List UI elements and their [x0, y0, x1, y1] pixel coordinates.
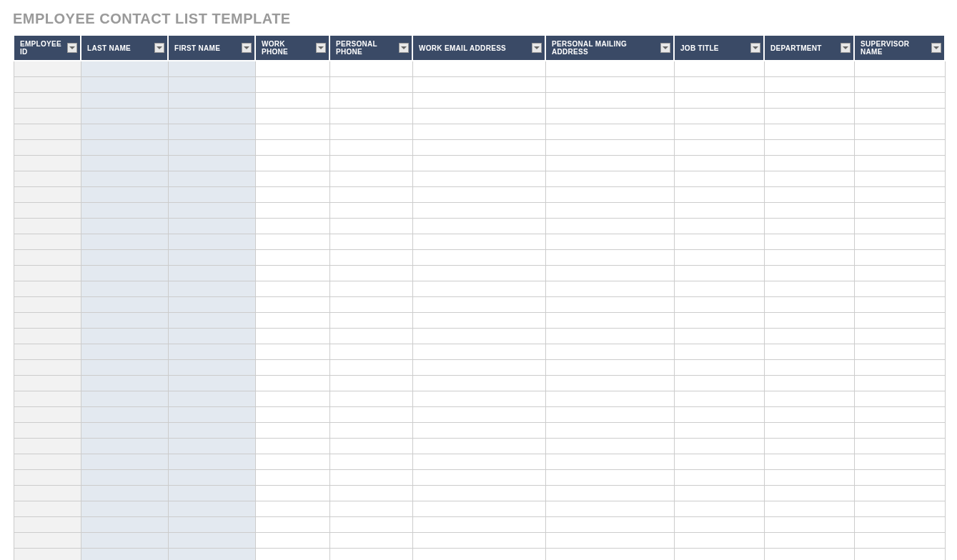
table-cell[interactable]: [14, 406, 81, 422]
table-cell[interactable]: [81, 76, 168, 92]
table-cell[interactable]: [412, 375, 545, 391]
table-cell[interactable]: [674, 344, 764, 359]
table-cell[interactable]: [854, 391, 945, 406]
table-cell[interactable]: [329, 218, 412, 234]
table-cell[interactable]: [168, 406, 255, 422]
table-cell[interactable]: [168, 296, 255, 312]
column-header-last-name[interactable]: LAST NAME: [81, 35, 168, 61]
table-cell[interactable]: [545, 155, 674, 171]
table-cell[interactable]: [674, 139, 764, 155]
table-cell[interactable]: [412, 108, 545, 124]
table-cell[interactable]: [412, 501, 545, 516]
table-cell[interactable]: [412, 218, 545, 234]
table-cell[interactable]: [168, 454, 255, 469]
table-cell[interactable]: [854, 249, 945, 265]
table-cell[interactable]: [329, 234, 412, 249]
table-cell[interactable]: [854, 171, 945, 186]
table-cell[interactable]: [545, 469, 674, 485]
table-cell[interactable]: [674, 265, 764, 281]
table-cell[interactable]: [412, 171, 545, 186]
table-cell[interactable]: [329, 139, 412, 155]
table-cell[interactable]: [545, 422, 674, 438]
table-cell[interactable]: [854, 548, 945, 560]
table-cell[interactable]: [854, 234, 945, 249]
table-cell[interactable]: [545, 438, 674, 454]
table-cell[interactable]: [764, 312, 854, 328]
column-header-supervisor[interactable]: SUPERVISOR NAME: [854, 35, 945, 61]
table-cell[interactable]: [81, 92, 168, 108]
table-cell[interactable]: [168, 281, 255, 296]
table-cell[interactable]: [81, 406, 168, 422]
table-cell[interactable]: [545, 171, 674, 186]
table-cell[interactable]: [854, 422, 945, 438]
table-cell[interactable]: [329, 249, 412, 265]
table-cell[interactable]: [14, 296, 81, 312]
filter-dropdown-icon[interactable]: [532, 43, 542, 53]
table-cell[interactable]: [412, 234, 545, 249]
table-cell[interactable]: [412, 359, 545, 375]
table-cell[interactable]: [14, 375, 81, 391]
table-cell[interactable]: [674, 76, 764, 92]
table-cell[interactable]: [674, 516, 764, 532]
table-cell[interactable]: [854, 312, 945, 328]
table-cell[interactable]: [255, 171, 329, 186]
table-cell[interactable]: [545, 202, 674, 218]
table-cell[interactable]: [81, 155, 168, 171]
table-cell[interactable]: [674, 218, 764, 234]
table-cell[interactable]: [14, 61, 81, 76]
table-cell[interactable]: [545, 218, 674, 234]
table-cell[interactable]: [14, 92, 81, 108]
table-cell[interactable]: [81, 485, 168, 501]
table-cell[interactable]: [81, 234, 168, 249]
table-cell[interactable]: [412, 281, 545, 296]
table-cell[interactable]: [255, 218, 329, 234]
table-cell[interactable]: [545, 61, 674, 76]
table-cell[interactable]: [329, 328, 412, 344]
table-cell[interactable]: [545, 124, 674, 139]
table-cell[interactable]: [854, 281, 945, 296]
column-header-personal-phone[interactable]: PERSONAL PHONE: [329, 35, 412, 61]
table-cell[interactable]: [674, 375, 764, 391]
table-cell[interactable]: [854, 485, 945, 501]
table-cell[interactable]: [255, 454, 329, 469]
table-cell[interactable]: [412, 548, 545, 560]
table-cell[interactable]: [764, 202, 854, 218]
table-cell[interactable]: [14, 454, 81, 469]
table-cell[interactable]: [255, 422, 329, 438]
table-cell[interactable]: [854, 61, 945, 76]
table-cell[interactable]: [14, 344, 81, 359]
table-cell[interactable]: [854, 516, 945, 532]
table-cell[interactable]: [255, 234, 329, 249]
table-cell[interactable]: [854, 344, 945, 359]
table-cell[interactable]: [854, 218, 945, 234]
table-cell[interactable]: [81, 281, 168, 296]
table-cell[interactable]: [854, 438, 945, 454]
table-cell[interactable]: [674, 501, 764, 516]
table-cell[interactable]: [168, 265, 255, 281]
table-cell[interactable]: [545, 406, 674, 422]
table-cell[interactable]: [545, 485, 674, 501]
table-cell[interactable]: [545, 296, 674, 312]
table-cell[interactable]: [81, 265, 168, 281]
table-cell[interactable]: [255, 139, 329, 155]
filter-dropdown-icon[interactable]: [931, 43, 941, 53]
table-cell[interactable]: [545, 532, 674, 548]
table-cell[interactable]: [81, 108, 168, 124]
column-header-work-phone[interactable]: WORK PHONE: [255, 35, 329, 61]
filter-dropdown-icon[interactable]: [841, 43, 851, 53]
table-cell[interactable]: [674, 391, 764, 406]
table-cell[interactable]: [329, 296, 412, 312]
table-cell[interactable]: [412, 406, 545, 422]
table-cell[interactable]: [168, 234, 255, 249]
table-cell[interactable]: [764, 422, 854, 438]
table-cell[interactable]: [255, 344, 329, 359]
table-cell[interactable]: [329, 155, 412, 171]
table-cell[interactable]: [674, 92, 764, 108]
table-cell[interactable]: [854, 202, 945, 218]
table-cell[interactable]: [412, 532, 545, 548]
table-cell[interactable]: [329, 312, 412, 328]
table-cell[interactable]: [329, 548, 412, 560]
table-cell[interactable]: [545, 328, 674, 344]
table-cell[interactable]: [81, 359, 168, 375]
table-cell[interactable]: [168, 108, 255, 124]
